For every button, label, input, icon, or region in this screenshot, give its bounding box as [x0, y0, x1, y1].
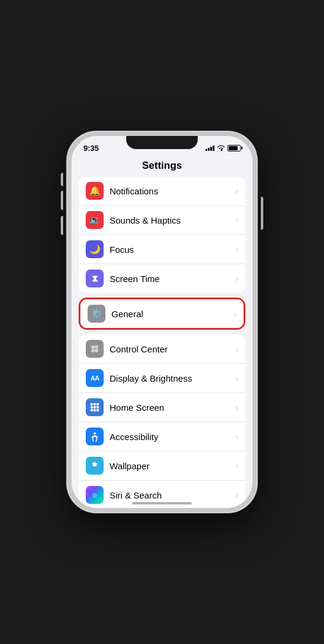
- screen-time-label: Screen Time: [110, 274, 236, 284]
- notifications-icon: 🔔: [86, 182, 104, 200]
- settings-item-home-screen[interactable]: Home Screen ›: [79, 393, 245, 422]
- power-button[interactable]: [261, 197, 263, 230]
- status-time: 9:35: [83, 144, 99, 153]
- svg-rect-9: [96, 406, 99, 408]
- home-indicator: [132, 502, 192, 504]
- home-screen-chevron: ›: [236, 403, 238, 412]
- accessibility-icon: [86, 428, 104, 445]
- siri-label: Siri & Search: [110, 490, 236, 500]
- wifi-icon: [217, 145, 225, 151]
- sounds-label: Sounds & Haptics: [110, 215, 236, 225]
- svg-point-0: [91, 345, 95, 349]
- svg-rect-5: [94, 403, 96, 405]
- settings-item-sounds[interactable]: 🔉 Sounds & Haptics ›: [79, 206, 245, 235]
- phone-frame: 9:35 Settings: [67, 131, 257, 513]
- screen-time-chevron: ›: [236, 274, 238, 283]
- svg-rect-10: [91, 409, 93, 411]
- settings-list: 🔔 Notifications › 🔉 Sounds & Haptics › 🌙: [71, 177, 253, 508]
- signal-icon: [205, 145, 214, 151]
- wallpaper-icon: [86, 457, 104, 475]
- settings-item-display[interactable]: AA Display & Brightness ›: [79, 364, 245, 393]
- svg-rect-6: [96, 403, 99, 405]
- svg-rect-4: [91, 403, 93, 405]
- status-icons: [205, 145, 241, 151]
- settings-item-notifications[interactable]: 🔔 Notifications ›: [79, 177, 245, 206]
- settings-item-focus[interactable]: 🌙 Focus ›: [79, 235, 245, 264]
- display-chevron: ›: [236, 374, 238, 383]
- control-center-chevron: ›: [236, 345, 238, 354]
- focus-chevron: ›: [236, 245, 238, 254]
- control-center-label: Control Center: [110, 344, 236, 354]
- general-label: General: [111, 309, 234, 319]
- battery-icon: [228, 145, 241, 151]
- accessibility-chevron: ›: [236, 432, 238, 441]
- mute-button[interactable]: [61, 173, 63, 186]
- screen-time-icon: ⧗: [86, 270, 104, 287]
- svg-rect-11: [94, 409, 96, 411]
- settings-item-control-center[interactable]: Control Center ›: [79, 335, 245, 364]
- siri-chevron: ›: [236, 491, 238, 500]
- settings-item-accessibility[interactable]: Accessibility ›: [79, 422, 245, 451]
- display-label: Display & Brightness: [110, 373, 236, 383]
- settings-item-general[interactable]: ⚙️ General ›: [80, 299, 244, 328]
- svg-rect-7: [91, 406, 93, 408]
- phone-screen: 9:35 Settings: [71, 136, 253, 508]
- svg-point-13: [94, 432, 96, 435]
- focus-label: Focus: [110, 244, 236, 255]
- svg-rect-8: [94, 406, 96, 408]
- focus-icon: 🌙: [86, 240, 104, 258]
- notifications-label: Notifications: [110, 186, 236, 196]
- display-icon: AA: [86, 369, 104, 387]
- notifications-chevron: ›: [236, 187, 238, 196]
- siri-icon: ◎: [86, 486, 104, 504]
- svg-rect-12: [96, 409, 99, 411]
- sounds-chevron: ›: [236, 216, 238, 225]
- wallpaper-chevron: ›: [236, 462, 238, 470]
- svg-point-1: [95, 345, 98, 349]
- home-screen-label: Home Screen: [110, 402, 236, 413]
- page-title: Settings: [71, 157, 253, 177]
- accessibility-label: Accessibility: [110, 432, 236, 442]
- svg-point-3: [95, 349, 98, 352]
- settings-group-1: 🔔 Notifications › 🔉 Sounds & Haptics › 🌙: [79, 177, 245, 293]
- settings-item-wallpaper[interactable]: Wallpaper ›: [79, 451, 245, 481]
- notch: [126, 136, 198, 149]
- svg-point-2: [91, 349, 95, 352]
- volume-up-button[interactable]: [61, 191, 63, 210]
- volume-down-button[interactable]: [61, 216, 63, 235]
- sounds-icon: 🔉: [86, 211, 104, 229]
- general-icon: ⚙️: [88, 305, 105, 323]
- control-center-icon: [86, 340, 104, 358]
- settings-group-2: Control Center › AA Display & Brightness…: [79, 335, 245, 508]
- home-screen-icon: [86, 398, 104, 416]
- wallpaper-label: Wallpaper: [110, 461, 236, 471]
- settings-item-screen-time[interactable]: ⧗ Screen Time ›: [79, 264, 245, 293]
- general-chevron: ›: [234, 309, 236, 318]
- battery-fill: [229, 146, 238, 150]
